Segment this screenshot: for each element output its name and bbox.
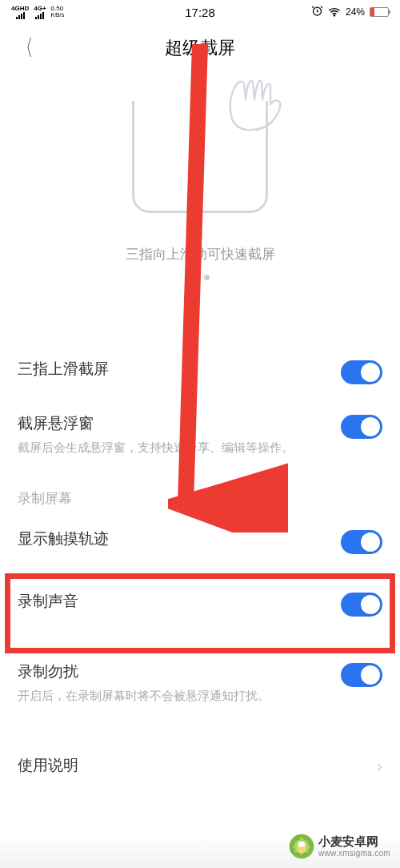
screenshot-float-window-row[interactable]: 截屏悬浮窗 截屏后会生成悬浮窗，支持快速分享、编辑等操作。 [0, 399, 400, 470]
watermark-url: www.xmsigma.com [318, 849, 390, 858]
svg-point-6 [298, 842, 306, 847]
three-finger-screenshot-row[interactable]: 三指上滑截屏 [0, 344, 400, 399]
watermark-title: 小麦安卓网 [318, 835, 390, 849]
setting-title: 三指上滑截屏 [18, 359, 341, 380]
record-audio-row[interactable]: 录制声音 [0, 569, 400, 639]
battery-percent: 24% [346, 6, 365, 18]
page-indicator [190, 275, 210, 280]
record-audio-toggle[interactable] [341, 593, 382, 617]
setting-title: 录制勿扰 [18, 661, 341, 682]
instructions-row[interactable]: 使用说明 › [0, 741, 400, 790]
network-indicator-2: 4G+ [34, 6, 46, 19]
setting-title: 截屏悬浮窗 [18, 413, 341, 434]
nav-bar: 〈 超级截屏 [0, 24, 400, 72]
setting-desc: 截屏后会生成悬浮窗，支持快速分享、编辑等操作。 [18, 439, 341, 456]
page-title: 超级截屏 [0, 36, 400, 60]
setting-title: 使用说明 [18, 755, 377, 776]
record-section-label: 录制屏幕 [0, 470, 400, 514]
setting-title: 录制声音 [18, 591, 341, 612]
watermark-logo-icon [288, 833, 315, 860]
dnd-toggle[interactable] [341, 663, 382, 687]
watermark: 小麦安卓网 www.xmsigma.com [288, 833, 390, 860]
hand-icon [218, 69, 290, 133]
float-window-toggle[interactable] [341, 415, 382, 439]
status-bar: 4GHD 4G+ 0.50 KB/s 17:28 24% [0, 0, 400, 24]
svg-point-1 [334, 14, 334, 15]
record-dnd-row[interactable]: 录制勿扰 开启后，在录制屏幕时将不会被悬浮通知打扰。 [0, 639, 400, 718]
network-indicator-1: 4GHD [11, 6, 29, 19]
alarm-icon [311, 5, 323, 19]
phone-illustration [132, 101, 268, 213]
show-touch-toggle[interactable] [341, 530, 382, 554]
show-touch-row[interactable]: 显示触摸轨迹 [0, 514, 400, 569]
setting-desc: 开启后，在录制屏幕时将不会被悬浮通知打扰。 [18, 687, 341, 704]
battery-icon [370, 7, 389, 17]
gesture-preview[interactable]: 三指向上滑动可快速截屏 [0, 72, 400, 296]
status-time: 17:28 [185, 6, 215, 19]
gesture-hint: 三指向上滑动可快速截屏 [126, 245, 275, 263]
chevron-right-icon: › [377, 757, 382, 775]
data-speed: 0.50 KB/s [51, 6, 65, 18]
three-finger-toggle[interactable] [341, 360, 382, 384]
setting-title: 显示触摸轨迹 [18, 528, 341, 549]
wifi-icon [328, 6, 341, 19]
settings-list: 三指上滑截屏 截屏悬浮窗 截屏后会生成悬浮窗，支持快速分享、编辑等操作。 录制屏… [0, 344, 400, 790]
back-button[interactable]: 〈 [19, 33, 33, 63]
